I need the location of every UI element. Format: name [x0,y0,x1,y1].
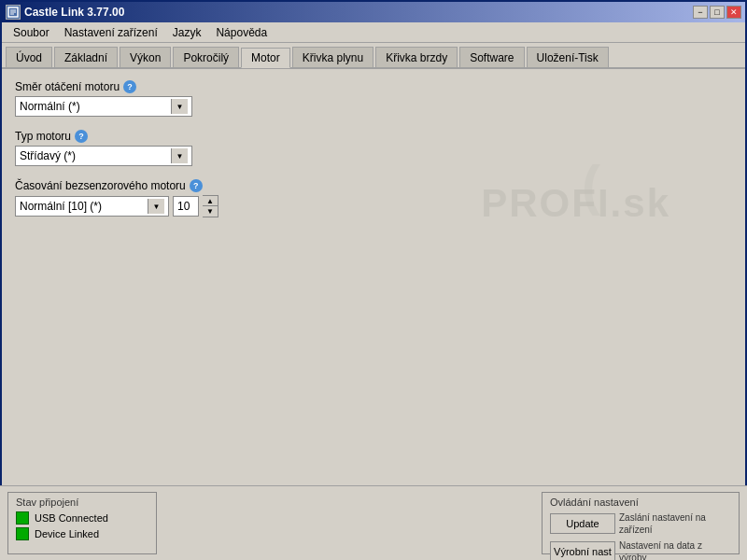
device-led [16,527,29,540]
control-title: Ovládání nastavení [550,497,731,508]
tab-zakladni[interactable]: Základní [54,47,118,67]
help-smer-otaceni-icon[interactable]: ? [123,80,136,93]
status-bar: Stav připojení USB Connected Device Link… [0,485,747,560]
spin-up-button[interactable]: ▲ [203,196,218,206]
connection-panel: Stav připojení USB Connected Device Link… [7,492,157,554]
dropdown-casovani[interactable]: Normální [10] (*) ▼ [15,196,169,217]
dropdown-smer-otaceni[interactable]: Normální (*) ▼ [15,96,192,117]
tab-ulozeni-tisk[interactable]: Uložení-Tisk [527,47,609,67]
field-smer-otaceni: Směr otáčení motoru ? Normální (*) ▼ [15,80,732,117]
spin-casovani-buttons: ▲ ▼ [203,195,218,217]
menu-soubor[interactable]: Soubor [6,24,57,41]
tab-krivka-brzdy[interactable]: Křivka brzdy [375,47,458,67]
minimize-button[interactable]: − [693,6,708,19]
tab-pokrocily[interactable]: Pokročilý [173,47,239,67]
maximize-button[interactable]: □ [710,6,725,19]
label-typ-motoru: Typ motoru [15,130,71,143]
title-bar: Castle Link 3.77.00 − □ ✕ [2,2,745,22]
menu-napoveda[interactable]: Nápověda [208,24,275,41]
device-status-item: Device Linked [16,527,148,540]
usb-led [16,511,29,525]
close-button[interactable]: ✕ [726,6,741,19]
help-typ-motoru-icon[interactable]: ? [75,130,88,143]
window-title: Castle Link 3.77.00 [24,6,124,19]
field-typ-motoru: Typ motoru ? Střídavý (*) ▼ [15,130,732,166]
field-casovani: Časování bezsenzorového motoru ? Normáln… [15,179,732,217]
help-casovani-icon[interactable]: ? [190,179,203,192]
label-smer-otaceni: Směr otáčení motoru [15,80,120,93]
update-desc: Zaslání nastavení na zařízení [619,511,731,536]
main-content: ( PROFI.sk Směr otáčení motoru ? Normáln… [2,69,745,472]
tab-krivka-plynu[interactable]: Křivka plynu [292,47,374,67]
menu-bar: Soubor Nastavení zařízení Jazyk Nápověda [2,22,745,43]
tab-software[interactable]: Software [459,47,524,67]
tab-bar: Úvod Základní Výkon Pokročilý Motor Křiv… [2,43,745,69]
label-casovani: Časování bezsenzorového motoru [15,179,186,192]
tab-motor[interactable]: Motor [241,48,290,68]
tab-uvod[interactable]: Úvod [6,47,52,67]
usb-status-item: USB Connected [16,511,148,525]
menu-nastaveni[interactable]: Nastavení zařízení [57,24,165,41]
factory-desc: Nastavení na data z výroby [619,539,731,560]
dropdown-typ-value: Střídavý (*) [20,149,171,162]
tab-vykon[interactable]: Výkon [120,47,171,67]
dropdown-casovani-arrow[interactable]: ▼ [148,199,164,214]
dropdown-typ-arrow[interactable]: ▼ [171,148,188,163]
dropdown-casovani-value: Normální [10] (*) [20,200,148,213]
control-panel: Ovládání nastavení Update Zaslání nastav… [542,492,740,554]
factory-row: Výrobní nast Nastavení na data z výroby [550,539,731,560]
spin-casovani-input[interactable] [173,196,199,217]
usb-label: USB Connected [35,512,108,524]
dropdown-typ-motoru[interactable]: Střídavý (*) ▼ [15,146,192,166]
connection-title: Stav připojení [16,497,148,508]
factory-button[interactable]: Výrobní nast [550,541,615,560]
update-button[interactable]: Update [550,513,615,534]
device-label: Device Linked [35,528,99,539]
update-row: Update Zaslání nastavení na zařízení [550,511,731,536]
app-icon [6,5,21,20]
dropdown-smer-value: Normální (*) [20,100,171,113]
spin-down-button[interactable]: ▼ [203,206,218,217]
menu-jazyk[interactable]: Jazyk [165,24,209,41]
dropdown-smer-arrow[interactable]: ▼ [171,99,188,114]
